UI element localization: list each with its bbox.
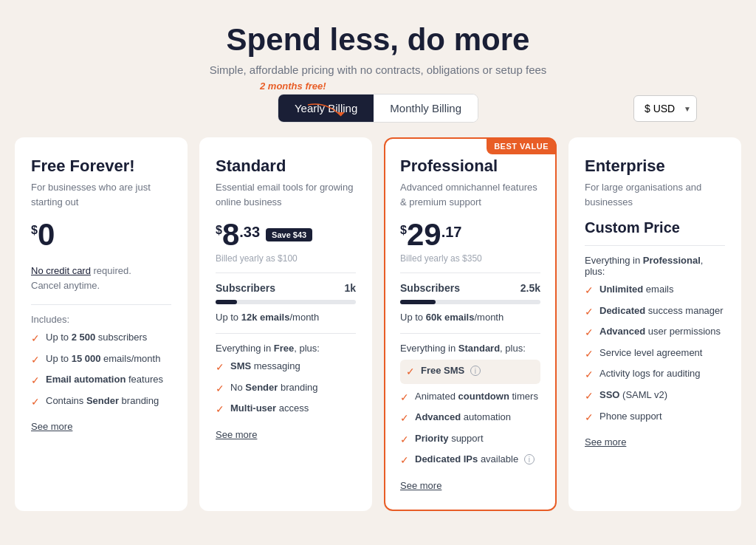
section-label-professional: Everything in Standard, plus:: [400, 343, 540, 354]
section-label-standard: Everything in Free, plus:: [216, 343, 356, 354]
monthly-billing-button[interactable]: Monthly Billing: [374, 95, 478, 122]
page-wrapper: Spend less, do more Simple, affordable p…: [15, 22, 741, 511]
feature-item: ✓ Advanced automation: [400, 411, 540, 426]
subscribers-label-standard: Subscribers: [216, 282, 275, 294]
price-row-free: $ 0: [31, 219, 171, 250]
price-dollar-free: $: [31, 224, 38, 237]
emails-limit-standard: Up to 12k emails/month: [216, 312, 356, 323]
feature-item: ✓ Animated countdown timers: [400, 390, 540, 405]
price-billed-professional: Billed yearly as $350: [400, 253, 540, 264]
see-more-free[interactable]: See more: [31, 421, 72, 432]
subscribers-label-professional: Subscribers: [400, 282, 460, 294]
progress-bar-professional: [400, 300, 540, 304]
plan-desc-professional: Advanced omnichannel features & premium …: [400, 180, 540, 209]
see-more-standard[interactable]: See more: [216, 429, 257, 440]
page-title: Spend less, do more: [15, 22, 741, 58]
page-subtitle: Simple, affordable pricing with no contr…: [15, 64, 741, 76]
plan-card-free: Free Forever! For businesses who are jus…: [15, 137, 188, 511]
progress-bar-fill-standard: [216, 300, 237, 304]
feature-item: ✓ SMS messaging: [216, 360, 356, 375]
subscribers-row-standard: Subscribers 1k: [216, 282, 356, 294]
subscribers-count-standard: 1k: [344, 282, 356, 294]
svg-marker-0: [337, 112, 345, 116]
feature-item: ✓ Contains Sender branding: [31, 394, 171, 410]
price-dollar-professional: $: [400, 224, 407, 237]
custom-price-label: Custom Price: [585, 219, 725, 236]
check-icon: ✓: [31, 332, 40, 346]
progress-bar-fill-professional: [400, 300, 436, 304]
check-icon: ✓: [31, 353, 40, 368]
feature-item: ✓ Activity logs for auditing: [585, 367, 725, 383]
divider-professional: [400, 272, 540, 273]
check-icon: ✓: [400, 433, 409, 448]
divider-standard: [216, 272, 356, 273]
feature-item: ✓ No Sender branding: [216, 381, 356, 397]
check-icon: ✓: [216, 360, 224, 375]
plan-card-professional: BEST VALUE Professional Advanced omnicha…: [384, 137, 557, 511]
billing-toggle-row: 2 months free! Yearly Billing Monthly Bi…: [15, 94, 741, 123]
divider2-standard: [216, 333, 356, 334]
price-row-standard: $ 8 .33 Save $43: [216, 219, 356, 250]
check-icon: ✓: [400, 391, 409, 405]
feature-item: ✓ Up to 15 000 emails/month: [31, 352, 171, 368]
feature-item: ✓ Multi-user access: [216, 402, 356, 417]
feature-item: ✓ Unlimited emails: [585, 283, 725, 298]
check-icon: ✓: [585, 411, 594, 425]
price-billed-standard: Billed yearly as $100: [216, 253, 356, 264]
price-main-professional: 29: [407, 219, 441, 250]
info-icon[interactable]: i: [524, 454, 535, 465]
includes-label-free: Includes:: [31, 314, 171, 325]
feature-list-standard: ✓ SMS messaging ✓ No Sender branding ✓ M…: [216, 360, 356, 417]
feature-item: ✓ Service level agreement: [585, 346, 725, 362]
subscribers-row-professional: Subscribers 2.5k: [400, 282, 540, 294]
emails-limit-professional: Up to 60k emails/month: [400, 312, 540, 323]
subscribers-count-professional: 2.5k: [520, 282, 540, 294]
price-cents-standard: .33: [239, 224, 260, 241]
price-cents-professional: .17: [441, 224, 462, 241]
plan-card-enterprise: Enterprise For large organisations and b…: [568, 137, 741, 511]
price-main-standard: 8: [222, 219, 239, 250]
check-icon: ✓: [400, 411, 409, 426]
best-value-badge: BEST VALUE: [487, 138, 556, 154]
currency-selector-wrap: $ USD € EUR £ GBP ▼: [633, 95, 697, 122]
check-icon: ✓: [31, 395, 40, 410]
check-icon: ✓: [216, 382, 224, 397]
check-icon: ✓: [585, 368, 594, 383]
check-icon: ✓: [31, 374, 40, 388]
feature-list-enterprise: ✓ Unlimited emails ✓ Dedicated success m…: [585, 283, 725, 425]
divider-free: [31, 304, 171, 305]
plan-card-standard: Standard Essential email tools for growi…: [199, 137, 372, 511]
see-more-professional[interactable]: See more: [400, 480, 441, 491]
plan-name-professional: Professional: [400, 157, 540, 176]
check-icon: ✓: [585, 284, 594, 298]
no-credit-free: No credit card required.Cancel anytime.: [31, 264, 171, 292]
divider2-professional: [400, 333, 540, 334]
plan-desc-standard: Essential email tools for growing online…: [216, 180, 356, 209]
plans-grid: Free Forever! For businesses who are jus…: [15, 137, 741, 511]
check-icon: ✓: [216, 402, 224, 417]
feature-item: ✓ Advanced user permissions: [585, 325, 725, 340]
plan-desc-free: For businesses who are just starting out: [31, 180, 171, 209]
feature-item: ✓ Email automation features: [31, 373, 171, 388]
price-dollar-standard: $: [216, 224, 222, 237]
months-free-label: 2 months free!: [260, 80, 326, 92]
currency-select[interactable]: $ USD € EUR £ GBP: [633, 95, 697, 122]
feature-item: ✓ Dedicated success manager: [585, 304, 725, 320]
section-label-enterprise: Everything in Professional, plus:: [585, 255, 725, 277]
info-icon[interactable]: i: [470, 366, 481, 376]
plan-name-enterprise: Enterprise: [585, 157, 725, 176]
price-row-professional: $ 29 .17: [400, 219, 540, 250]
feature-item-free-sms: ✓ Free SMS i: [400, 360, 540, 384]
price-main-free: 0: [38, 219, 55, 250]
see-more-enterprise[interactable]: See more: [585, 436, 626, 448]
check-icon: ✓: [585, 326, 594, 340]
feature-item: ✓ Phone support: [585, 410, 725, 425]
feature-item: ✓ Up to 2 500 subscribers: [31, 331, 171, 346]
plan-desc-enterprise: For large organisations and businesses: [585, 180, 725, 209]
feature-item: ✓ SSO (SAML v2): [585, 388, 725, 404]
feature-list-professional: ✓ Free SMS i ✓ Animated countdown timers…: [400, 360, 540, 468]
feature-item: ✓ Dedicated IPs available i: [400, 453, 540, 468]
divider-enterprise: [585, 245, 725, 246]
arrow-icon: [304, 101, 348, 123]
save-badge-standard: Save $43: [266, 228, 312, 241]
